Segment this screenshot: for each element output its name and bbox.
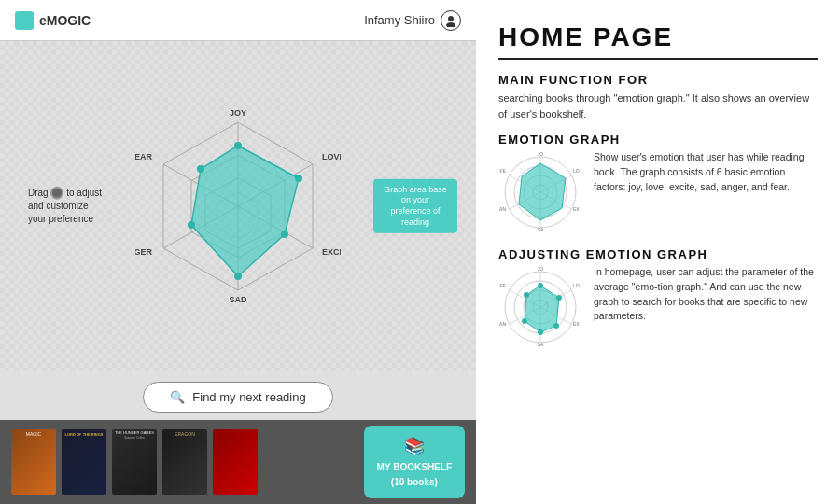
left-panel: eMOGIC Infamy Shiiro Drag to adjust and … (0, 0, 476, 504)
bookshelf-btn-count: (10 books) (391, 476, 438, 489)
svg-text:LO: LO (573, 168, 580, 174)
svg-point-47 (538, 329, 543, 335)
svg-marker-29 (519, 163, 566, 220)
svg-point-49 (524, 292, 529, 298)
svg-point-1 (446, 22, 455, 27)
section-text-main-function: searching books through "emotion graph."… (498, 91, 818, 121)
svg-text:EXCITE: EXCITE (322, 247, 341, 257)
find-btn-label: Find my next reading (192, 390, 305, 404)
drag-text-prefix: Drag (28, 187, 50, 197)
app-logo: eMOGIC (15, 11, 91, 30)
svg-text:EX: EX (573, 321, 580, 327)
svg-text:SA: SA (538, 227, 544, 232)
svg-point-44 (538, 283, 543, 288)
book-cover-1[interactable]: MAGIC (11, 429, 56, 495)
svg-text:ANGER: ANGER (135, 247, 152, 257)
svg-point-10 (234, 142, 242, 149)
my-bookshelf-button[interactable]: 📚 MY BOOKSHELF (10 books) (364, 426, 465, 497)
svg-text:LOVE: LOVE (322, 152, 341, 161)
svg-point-11 (295, 175, 302, 182)
svg-text:JO: JO (538, 151, 544, 157)
svg-point-15 (197, 165, 204, 173)
section-title-emotion-graph: EMOTION GRAPH (498, 133, 818, 147)
main-emotion-graph: JOY LOVE EXCITE SAD ANGER FEAR (135, 104, 341, 309)
divider (498, 58, 818, 60)
svg-text:FE: FE (500, 168, 507, 174)
mini-radar-2: JO LO EX SA AN FE (498, 265, 582, 349)
svg-point-48 (522, 318, 527, 324)
svg-point-45 (556, 295, 562, 301)
svg-point-46 (553, 323, 559, 329)
mini-radar-1: JO LO EX SA AN FE (498, 150, 582, 234)
svg-point-12 (281, 231, 288, 238)
graph-area: Drag to adjust and customize your prefer… (0, 41, 476, 371)
svg-text:SA: SA (538, 342, 544, 347)
svg-text:SAD: SAD (229, 295, 247, 304)
adjusting-description: In homepage, user can adjust the paramet… (594, 265, 818, 324)
page-title: HOME PAGE (498, 22, 818, 52)
app-header: eMOGIC Infamy Shiiro (0, 0, 476, 41)
bookshelf: MAGIC LORD OF THE RINGS THE HUNGER GAMES… (0, 420, 476, 504)
svg-point-14 (188, 221, 195, 229)
svg-text:JOY: JOY (230, 108, 246, 118)
svg-text:LO: LO (573, 283, 580, 288)
book-cover-3[interactable]: THE HUNGER GAMESSuzanne Collins (112, 429, 157, 495)
section-title-main-function: MAIN FUNCTION FOR (498, 73, 818, 87)
svg-point-13 (234, 273, 242, 280)
graph-area-label: Graph area base on your preference of re… (373, 178, 457, 233)
drag-label: Drag to adjust and customize your prefer… (28, 186, 103, 225)
svg-text:EX: EX (573, 206, 580, 212)
find-next-reading-button[interactable]: 🔍 Find my next reading (143, 382, 332, 413)
book-cover-4[interactable]: ERAGON (162, 429, 207, 495)
svg-text:FEAR: FEAR (135, 152, 153, 161)
svg-text:FE: FE (500, 283, 507, 288)
svg-marker-9 (191, 146, 299, 276)
right-panel: HOME PAGE MAIN FUNCTION FOR searching bo… (476, 0, 840, 504)
bookshelf-btn-label: MY BOOKSHELF (377, 461, 452, 474)
bookshelf-icon: 📚 (404, 435, 425, 458)
search-icon: 🔍 (170, 390, 185, 404)
svg-text:JO: JO (538, 266, 544, 272)
svg-point-0 (448, 16, 454, 21)
drag-dot[interactable] (50, 187, 63, 200)
emotion-graph-section: JO LO EX SA AN FE Show user's emotion th… (498, 150, 818, 234)
book-cover-5[interactable] (213, 429, 258, 495)
user-name: Infamy Shiiro (364, 13, 435, 27)
user-avatar (441, 10, 461, 31)
adjusting-section: JO LO EX SA AN FE In homepage, user can … (498, 265, 818, 349)
svg-text:AN: AN (499, 321, 506, 327)
emotion-graph-description: Show user's emotion that user has while … (594, 150, 818, 194)
logo-text: eMOGIC (39, 13, 91, 28)
book-cover-2[interactable]: LORD OF THE RINGS (62, 429, 106, 495)
section-title-adjusting: ADJUSTING EMOTION GRAPH (498, 247, 818, 261)
find-btn-area: 🔍 Find my next reading (0, 371, 476, 420)
svg-text:AN: AN (499, 206, 506, 212)
logo-icon (15, 11, 34, 30)
app-user[interactable]: Infamy Shiiro (364, 10, 461, 31)
